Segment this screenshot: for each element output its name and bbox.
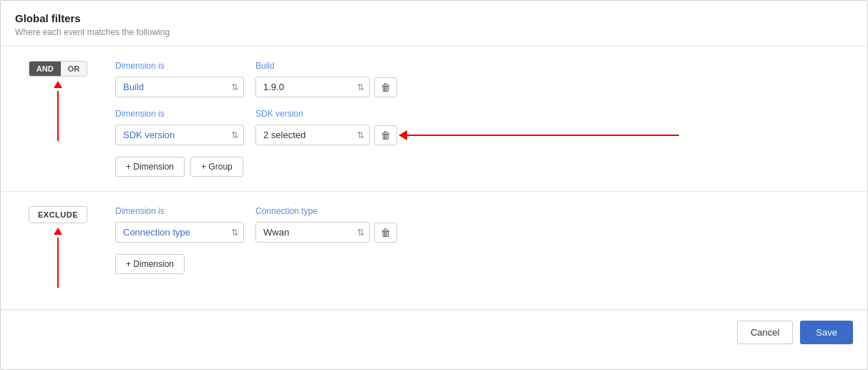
dimension-label-2: Dimension is <box>115 109 244 119</box>
exclude-arrow-line <box>57 238 59 288</box>
value-select-2[interactable]: 2 selected <box>255 125 370 145</box>
arrow-line <box>57 91 59 141</box>
value-label-1: Build <box>255 61 397 71</box>
dimension-select-wrapper-connection: Connection type ⇅ <box>115 222 244 243</box>
value-select-wrapper-1: 1.9.0 ⇅ <box>255 77 370 97</box>
add-dimension-button-2[interactable]: + Dimension <box>115 254 185 274</box>
and-or-group: AND OR <box>29 61 87 77</box>
value-select-1[interactable]: 1.9.0 <box>255 77 370 97</box>
and-arrow-annotation <box>54 81 62 141</box>
add-buttons-exclude: + Dimension <box>115 254 853 274</box>
condition-connection: Dimension is Connection type ⇅ Connectio… <box>115 206 853 243</box>
condition-pair-1: Dimension is Build ⇅ Build <box>115 61 853 97</box>
add-dimension-button-1[interactable]: + Dimension <box>115 157 185 177</box>
condition-pair-2: Dimension is SDK version ⇅ SDK version <box>115 109 853 145</box>
exclude-arrow-head-up <box>54 228 62 235</box>
arrow-head-up <box>54 81 62 88</box>
value-field-connection: Connection type Wwan ⇅ <box>255 206 397 243</box>
value-select-wrapper-connection: Wwan ⇅ <box>255 222 370 243</box>
exclude-button[interactable]: EXCLUDE <box>29 206 87 223</box>
delete-condition-2-button[interactable]: 🗑 <box>374 125 397 145</box>
dimension-select-2[interactable]: SDK version <box>115 125 244 145</box>
dimension-select-1[interactable]: Build <box>115 77 244 97</box>
dimension-select-wrapper-1: Build ⇅ <box>115 77 244 97</box>
modal-subtitle: Where each event matches the following <box>15 27 853 37</box>
add-buttons-and: + Dimension + Group <box>115 157 853 177</box>
dimension-label-connection: Dimension is <box>115 206 244 216</box>
dimension-field-1: Dimension is Build ⇅ <box>115 61 244 97</box>
value-field-2: SDK version 2 selected ⇅ <box>255 109 397 145</box>
add-group-button[interactable]: + Group <box>190 157 243 177</box>
delete-icon-connection: 🗑 <box>381 227 391 238</box>
exclude-conditions: Dimension is Connection type ⇅ Connectio… <box>115 206 853 274</box>
delete-condition-1-button[interactable]: 🗑 <box>374 77 397 97</box>
dimension-select-connection[interactable]: Connection type <box>115 222 244 243</box>
dimension-select-wrapper-2: SDK version ⇅ <box>115 125 244 145</box>
dimension-field-2: Dimension is SDK version ⇅ <box>115 109 244 145</box>
modal-header: Global filters Where each event matches … <box>1 1 867 47</box>
arrow-annotation-sdk <box>399 130 679 140</box>
value-select-wrapper-2: 2 selected ⇅ <box>255 125 370 145</box>
condition-1: Dimension is Build ⇅ Build <box>115 61 853 97</box>
global-filters-modal: Global filters Where each event matches … <box>0 0 868 370</box>
value-label-2: SDK version <box>255 109 397 119</box>
save-button[interactable]: Save <box>800 321 853 344</box>
dimension-label-1: Dimension is <box>115 61 244 71</box>
logic-section-and: AND OR <box>15 61 101 141</box>
condition-pair-connection: Dimension is Connection type ⇅ Connectio… <box>115 206 853 243</box>
value-label-connection: Connection type <box>255 206 397 216</box>
exclude-inner: EXCLUDE Dimension is <box>15 206 853 288</box>
modal-title: Global filters <box>15 12 853 24</box>
filter-section-exclude: EXCLUDE Dimension is <box>1 192 867 310</box>
filter-section-and: AND OR Dimension is <box>1 47 867 192</box>
delete-condition-connection-button[interactable]: 🗑 <box>374 223 397 243</box>
delete-icon-1: 🗑 <box>381 82 391 93</box>
modal-footer: Cancel Save <box>1 310 867 354</box>
value-input-group-connection: Wwan ⇅ 🗑 <box>255 222 397 243</box>
and-button[interactable]: AND <box>29 62 61 76</box>
dimension-field-connection: Dimension is Connection type ⇅ <box>115 206 244 243</box>
and-conditions: Dimension is Build ⇅ Build <box>115 61 853 177</box>
value-field-1: Build 1.9.0 ⇅ 🗑 <box>255 61 397 97</box>
value-select-connection[interactable]: Wwan <box>255 222 370 243</box>
condition-2: Dimension is SDK version ⇅ SDK version <box>115 109 853 145</box>
value-input-group-1: 1.9.0 ⇅ 🗑 <box>255 77 397 97</box>
arrow-head-left <box>399 130 407 140</box>
cancel-button[interactable]: Cancel <box>737 321 793 344</box>
or-button[interactable]: OR <box>61 62 87 76</box>
modal-body: AND OR Dimension is <box>1 47 867 310</box>
value-input-group-2: 2 selected ⇅ 🗑 <box>255 125 397 145</box>
exclude-arrow-annotation <box>54 228 62 288</box>
logic-section-exclude: EXCLUDE <box>15 206 101 288</box>
arrow-line-horizontal <box>407 135 679 136</box>
delete-icon-2: 🗑 <box>381 130 391 141</box>
